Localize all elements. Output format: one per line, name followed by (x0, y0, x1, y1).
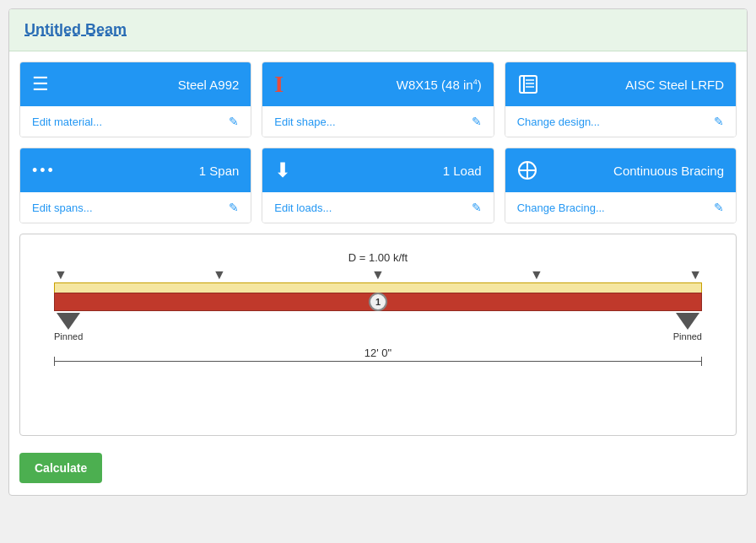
material-card-header: ☰ Steel A992 (20, 62, 251, 106)
design-card-header: AISC Steel LRFD (505, 62, 736, 106)
beam-wrapper: 1 (54, 282, 702, 311)
material-card: ☰ Steel A992 Edit material... ✎ (19, 62, 251, 137)
material-value: Steel A992 (178, 78, 240, 92)
bracing-card: Continuous Bracing Change Bracing... ✎ (505, 148, 737, 223)
edit-design-icon[interactable]: ✎ (714, 115, 724, 128)
loads-card-footer: Edit loads... ✎ (262, 192, 493, 223)
design-icon (517, 73, 539, 95)
arrows-row: ▼ ▼ ▼ ▼ ▼ (37, 267, 719, 282)
shape-card: I W8X15 (48 in4) Edit shape... ✎ (262, 62, 494, 137)
design-value: AISC Steel LRFD (625, 78, 724, 92)
spans-icon: ••• (32, 162, 56, 180)
shape-card-header: I W8X15 (48 in4) (262, 62, 493, 106)
beam-number-circle: 1 (369, 293, 387, 311)
edit-spans-link[interactable]: Edit spans... (32, 202, 93, 214)
bracing-card-header: Continuous Bracing (505, 148, 736, 192)
loads-card-header: ⬇ 1 Load (262, 148, 493, 192)
bottom-bar: Calculate (9, 446, 747, 495)
left-support-triangle (57, 313, 80, 330)
edit-shape-icon[interactable]: ✎ (472, 115, 482, 128)
edit-loads-icon[interactable]: ✎ (472, 201, 482, 214)
list-icon: ☰ (32, 73, 49, 95)
bracing-card-footer: Change Bracing... ✎ (505, 192, 736, 223)
left-support-label: Pinned (54, 331, 83, 341)
edit-bracing-icon[interactable]: ✎ (714, 201, 724, 214)
edit-loads-link[interactable]: Edit loads... (274, 202, 332, 214)
beam-main-strip: 1 (54, 293, 702, 311)
change-bracing-link[interactable]: Change Bracing... (517, 202, 605, 214)
beam-title[interactable]: Untitled Beam (24, 21, 127, 38)
dimension-container: 12' 0" (54, 347, 702, 362)
design-card-footer: Change design... ✎ (505, 106, 736, 137)
load-label: D = 1.00 k/ft (37, 251, 719, 264)
edit-shape-link[interactable]: Edit shape... (274, 116, 335, 128)
supports-row: Pinned Pinned (37, 313, 719, 341)
shape-value: W8X15 (48 in4) (397, 78, 482, 92)
svg-rect-0 (520, 76, 537, 93)
spans-card-header: ••• 1 Span (20, 148, 251, 192)
spans-value: 1 Span (199, 164, 240, 178)
design-card: AISC Steel LRFD Change design... ✎ (505, 62, 737, 137)
loads-card: ⬇ 1 Load Edit loads... ✎ (262, 148, 494, 223)
bracing-value: Continuous Bracing (613, 164, 724, 178)
material-card-footer: Edit material... ✎ (20, 106, 251, 137)
shape-card-footer: Edit shape... ✎ (262, 106, 493, 137)
spans-card: ••• 1 Span Edit spans... ✎ (19, 148, 251, 223)
loads-icon: ⬇ (274, 159, 291, 182)
edit-material-icon[interactable]: ✎ (229, 115, 239, 128)
arrow-down-4: ▼ (530, 267, 543, 282)
dimension-label: 12' 0" (364, 347, 392, 359)
change-design-link[interactable]: Change design... (517, 116, 600, 128)
right-support-triangle (676, 313, 699, 330)
left-support: Pinned (54, 313, 83, 341)
header: Untitled Beam (9, 9, 747, 51)
right-support-label: Pinned (673, 331, 702, 341)
right-support: Pinned (673, 313, 702, 341)
spans-card-footer: Edit spans... ✎ (20, 192, 251, 223)
cards-grid: ☰ Steel A992 Edit material... ✎ I W8X15 … (9, 51, 747, 234)
dimension-line (54, 361, 702, 362)
app-container: Untitled Beam ☰ Steel A992 Edit material… (8, 8, 748, 496)
beam-shape-icon: I (274, 71, 284, 98)
edit-spans-icon[interactable]: ✎ (229, 201, 239, 214)
arrow-down-5: ▼ (688, 267, 702, 282)
beam-body: 1 (54, 282, 702, 311)
calculate-button[interactable]: Calculate (19, 453, 102, 483)
arrow-down-2: ▼ (213, 267, 226, 282)
arrow-down-3: ▼ (371, 267, 385, 282)
arrow-down-1: ▼ (54, 267, 68, 282)
bracing-icon (517, 160, 537, 180)
edit-material-link[interactable]: Edit material... (32, 116, 102, 128)
loads-value: 1 Load (443, 164, 482, 178)
beam-diagram: D = 1.00 k/ft ▼ ▼ ▼ ▼ ▼ 1 (37, 251, 719, 362)
beam-top-strip (54, 282, 702, 293)
dimension-line-wrapper: 12' 0" (54, 347, 702, 362)
beam-diagram-area: D = 1.00 k/ft ▼ ▼ ▼ ▼ ▼ 1 (19, 234, 737, 436)
